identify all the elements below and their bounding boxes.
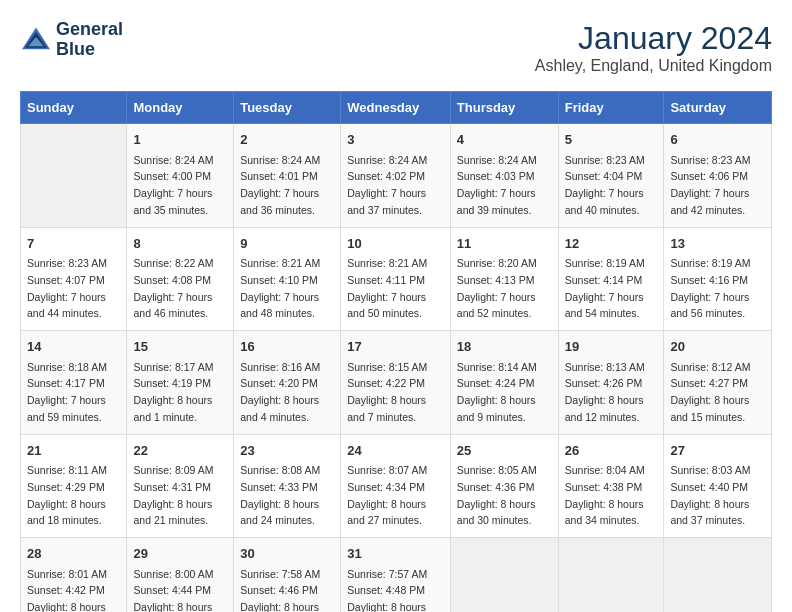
day-content: Sunrise: 8:17 AMSunset: 4:19 PMDaylight:…: [133, 361, 213, 423]
day-number: 16: [240, 337, 334, 357]
calendar-week-row: 14Sunrise: 8:18 AMSunset: 4:17 PMDayligh…: [21, 331, 772, 435]
month-title: January 2024: [535, 20, 772, 57]
calendar-cell: 16Sunrise: 8:16 AMSunset: 4:20 PMDayligh…: [234, 331, 341, 435]
calendar-cell: 22Sunrise: 8:09 AMSunset: 4:31 PMDayligh…: [127, 434, 234, 538]
day-number: 11: [457, 234, 552, 254]
calendar-cell: 24Sunrise: 8:07 AMSunset: 4:34 PMDayligh…: [341, 434, 451, 538]
calendar-cell: 4Sunrise: 8:24 AMSunset: 4:03 PMDaylight…: [450, 124, 558, 228]
day-content: Sunrise: 8:11 AMSunset: 4:29 PMDaylight:…: [27, 464, 107, 526]
day-number: 8: [133, 234, 227, 254]
day-number: 4: [457, 130, 552, 150]
day-number: 1: [133, 130, 227, 150]
day-header-wednesday: Wednesday: [341, 92, 451, 124]
title-area: January 2024 Ashley, England, United Kin…: [535, 20, 772, 75]
calendar-cell: 27Sunrise: 8:03 AMSunset: 4:40 PMDayligh…: [664, 434, 772, 538]
day-number: 10: [347, 234, 444, 254]
day-number: 21: [27, 441, 120, 461]
day-content: Sunrise: 8:13 AMSunset: 4:26 PMDaylight:…: [565, 361, 645, 423]
calendar-week-row: 21Sunrise: 8:11 AMSunset: 4:29 PMDayligh…: [21, 434, 772, 538]
calendar-cell: [21, 124, 127, 228]
day-content: Sunrise: 8:03 AMSunset: 4:40 PMDaylight:…: [670, 464, 750, 526]
calendar-cell: 26Sunrise: 8:04 AMSunset: 4:38 PMDayligh…: [558, 434, 664, 538]
day-number: 20: [670, 337, 765, 357]
day-number: 28: [27, 544, 120, 564]
day-number: 5: [565, 130, 658, 150]
calendar-cell: 21Sunrise: 8:11 AMSunset: 4:29 PMDayligh…: [21, 434, 127, 538]
calendar-cell: 30Sunrise: 7:58 AMSunset: 4:46 PMDayligh…: [234, 538, 341, 613]
calendar-cell: 11Sunrise: 8:20 AMSunset: 4:13 PMDayligh…: [450, 227, 558, 331]
calendar-cell: 25Sunrise: 8:05 AMSunset: 4:36 PMDayligh…: [450, 434, 558, 538]
day-content: Sunrise: 8:24 AMSunset: 4:01 PMDaylight:…: [240, 154, 320, 216]
page-header: General Blue January 2024 Ashley, Englan…: [20, 20, 772, 75]
day-content: Sunrise: 8:08 AMSunset: 4:33 PMDaylight:…: [240, 464, 320, 526]
day-header-friday: Friday: [558, 92, 664, 124]
calendar-cell: 9Sunrise: 8:21 AMSunset: 4:10 PMDaylight…: [234, 227, 341, 331]
day-content: Sunrise: 8:04 AMSunset: 4:38 PMDaylight:…: [565, 464, 645, 526]
day-header-monday: Monday: [127, 92, 234, 124]
calendar-cell: 23Sunrise: 8:08 AMSunset: 4:33 PMDayligh…: [234, 434, 341, 538]
calendar-cell: 2Sunrise: 8:24 AMSunset: 4:01 PMDaylight…: [234, 124, 341, 228]
day-content: Sunrise: 8:15 AMSunset: 4:22 PMDaylight:…: [347, 361, 427, 423]
calendar-cell: 5Sunrise: 8:23 AMSunset: 4:04 PMDaylight…: [558, 124, 664, 228]
calendar-week-row: 28Sunrise: 8:01 AMSunset: 4:42 PMDayligh…: [21, 538, 772, 613]
calendar-cell: 13Sunrise: 8:19 AMSunset: 4:16 PMDayligh…: [664, 227, 772, 331]
calendar-cell: 8Sunrise: 8:22 AMSunset: 4:08 PMDaylight…: [127, 227, 234, 331]
day-content: Sunrise: 8:24 AMSunset: 4:00 PMDaylight:…: [133, 154, 213, 216]
day-content: Sunrise: 8:23 AMSunset: 4:07 PMDaylight:…: [27, 257, 107, 319]
day-header-sunday: Sunday: [21, 92, 127, 124]
calendar-cell: 1Sunrise: 8:24 AMSunset: 4:00 PMDaylight…: [127, 124, 234, 228]
day-number: 19: [565, 337, 658, 357]
calendar-cell: 28Sunrise: 8:01 AMSunset: 4:42 PMDayligh…: [21, 538, 127, 613]
day-content: Sunrise: 8:09 AMSunset: 4:31 PMDaylight:…: [133, 464, 213, 526]
calendar-cell: 20Sunrise: 8:12 AMSunset: 4:27 PMDayligh…: [664, 331, 772, 435]
calendar-week-row: 1Sunrise: 8:24 AMSunset: 4:00 PMDaylight…: [21, 124, 772, 228]
day-number: 14: [27, 337, 120, 357]
day-header-saturday: Saturday: [664, 92, 772, 124]
calendar-cell: 12Sunrise: 8:19 AMSunset: 4:14 PMDayligh…: [558, 227, 664, 331]
calendar-cell: [664, 538, 772, 613]
calendar-week-row: 7Sunrise: 8:23 AMSunset: 4:07 PMDaylight…: [21, 227, 772, 331]
day-number: 25: [457, 441, 552, 461]
logo: General Blue: [20, 20, 123, 60]
day-content: Sunrise: 8:00 AMSunset: 4:44 PMDaylight:…: [133, 568, 213, 613]
day-number: 12: [565, 234, 658, 254]
day-number: 26: [565, 441, 658, 461]
calendar-cell: 18Sunrise: 8:14 AMSunset: 4:24 PMDayligh…: [450, 331, 558, 435]
day-content: Sunrise: 7:57 AMSunset: 4:48 PMDaylight:…: [347, 568, 427, 613]
calendar-table: SundayMondayTuesdayWednesdayThursdayFrid…: [20, 91, 772, 612]
day-number: 31: [347, 544, 444, 564]
day-number: 13: [670, 234, 765, 254]
calendar-cell: 31Sunrise: 7:57 AMSunset: 4:48 PMDayligh…: [341, 538, 451, 613]
calendar-cell: 3Sunrise: 8:24 AMSunset: 4:02 PMDaylight…: [341, 124, 451, 228]
logo-text: General Blue: [56, 20, 123, 60]
calendar-cell: 19Sunrise: 8:13 AMSunset: 4:26 PMDayligh…: [558, 331, 664, 435]
calendar-cell: [450, 538, 558, 613]
day-content: Sunrise: 8:24 AMSunset: 4:02 PMDaylight:…: [347, 154, 427, 216]
logo-icon: [20, 26, 52, 54]
day-number: 18: [457, 337, 552, 357]
calendar-cell: 10Sunrise: 8:21 AMSunset: 4:11 PMDayligh…: [341, 227, 451, 331]
day-content: Sunrise: 8:12 AMSunset: 4:27 PMDaylight:…: [670, 361, 750, 423]
day-content: Sunrise: 7:58 AMSunset: 4:46 PMDaylight:…: [240, 568, 320, 613]
day-content: Sunrise: 8:16 AMSunset: 4:20 PMDaylight:…: [240, 361, 320, 423]
day-content: Sunrise: 8:20 AMSunset: 4:13 PMDaylight:…: [457, 257, 537, 319]
location: Ashley, England, United Kingdom: [535, 57, 772, 75]
day-content: Sunrise: 8:21 AMSunset: 4:10 PMDaylight:…: [240, 257, 320, 319]
day-number: 17: [347, 337, 444, 357]
day-number: 22: [133, 441, 227, 461]
day-number: 7: [27, 234, 120, 254]
day-content: Sunrise: 8:19 AMSunset: 4:14 PMDaylight:…: [565, 257, 645, 319]
day-content: Sunrise: 8:23 AMSunset: 4:04 PMDaylight:…: [565, 154, 645, 216]
day-number: 6: [670, 130, 765, 150]
day-content: Sunrise: 8:14 AMSunset: 4:24 PMDaylight:…: [457, 361, 537, 423]
day-number: 2: [240, 130, 334, 150]
day-content: Sunrise: 8:19 AMSunset: 4:16 PMDaylight:…: [670, 257, 750, 319]
day-content: Sunrise: 8:07 AMSunset: 4:34 PMDaylight:…: [347, 464, 427, 526]
day-number: 24: [347, 441, 444, 461]
day-number: 3: [347, 130, 444, 150]
day-number: 15: [133, 337, 227, 357]
day-content: Sunrise: 8:01 AMSunset: 4:42 PMDaylight:…: [27, 568, 107, 613]
calendar-cell: 14Sunrise: 8:18 AMSunset: 4:17 PMDayligh…: [21, 331, 127, 435]
day-number: 30: [240, 544, 334, 564]
day-number: 23: [240, 441, 334, 461]
